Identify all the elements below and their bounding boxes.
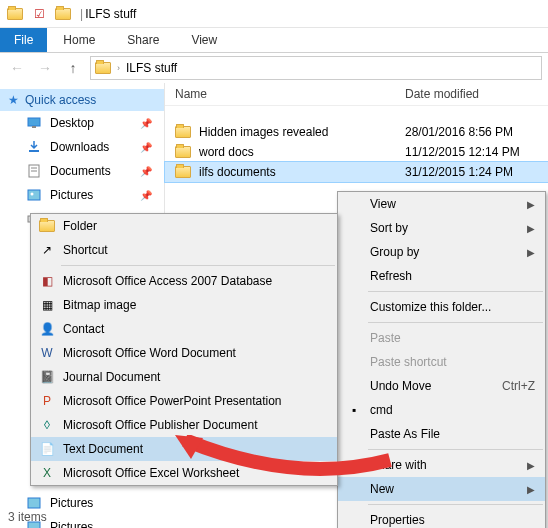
pin-icon: 📌	[140, 118, 152, 129]
context-submenu-new: Folder ↗Shortcut ◧Microsoft Office Acces…	[30, 213, 338, 486]
sub-access[interactable]: ◧Microsoft Office Access 2007 Database	[31, 269, 337, 293]
publisher-icon: ◊	[38, 417, 56, 433]
ctx-label: Microsoft Office Publisher Document	[63, 418, 258, 432]
status-bar: 3 items	[0, 506, 55, 528]
pin-icon: 📌	[140, 142, 152, 153]
ctx-paste-as-file[interactable]: Paste As File	[338, 422, 545, 446]
sidebar-item-label: Pictures	[50, 520, 93, 528]
up-button[interactable]: ↑	[62, 57, 84, 79]
separator	[368, 449, 543, 450]
pictures-icon	[26, 187, 42, 203]
sidebar-item-downloads[interactable]: Downloads📌	[0, 135, 164, 159]
sub-shortcut[interactable]: ↗Shortcut	[31, 238, 337, 262]
ctx-label: Microsoft Office Access 2007 Database	[63, 274, 272, 288]
file-row-selected[interactable]: ilfs documents 31/12/2015 1:24 PM	[165, 162, 548, 182]
ctx-properties[interactable]: Properties	[338, 508, 545, 528]
ctx-share[interactable]: Share with▶	[338, 453, 545, 477]
breadcrumb-item[interactable]: ILFS stuff	[126, 61, 177, 75]
ctx-group[interactable]: Group by▶	[338, 240, 545, 264]
file-tab[interactable]: File	[0, 28, 47, 52]
forward-button[interactable]: →	[34, 57, 56, 79]
title-bar: ☑ | ILFS stuff	[0, 0, 548, 28]
context-menu: View▶ Sort by▶ Group by▶ Refresh Customi…	[337, 191, 546, 528]
column-headers[interactable]: Name Date modified	[165, 83, 548, 106]
back-button[interactable]: ←	[6, 57, 28, 79]
file-name: ilfs documents	[199, 165, 276, 179]
access-icon: ◧	[38, 273, 56, 289]
file-row[interactable]: word docs 11/12/2015 12:14 PM	[165, 142, 548, 162]
folder-icon	[6, 6, 24, 22]
ctx-label: Contact	[63, 322, 104, 336]
ctx-refresh[interactable]: Refresh	[338, 264, 545, 288]
sub-folder[interactable]: Folder	[31, 214, 337, 238]
separator	[368, 291, 543, 292]
folder-icon	[95, 62, 111, 74]
ctx-customize[interactable]: Customize this folder...	[338, 295, 545, 319]
ctx-label: Shortcut	[63, 243, 108, 257]
sub-text-document[interactable]: 📄Text Document	[31, 437, 337, 461]
desktop-icon	[26, 115, 42, 131]
sidebar-item-label: Desktop	[50, 116, 94, 130]
file-date: 31/12/2015 1:24 PM	[405, 165, 513, 179]
share-tab[interactable]: Share	[111, 28, 175, 52]
column-name[interactable]: Name	[175, 87, 405, 101]
file-date: 11/12/2015 12:14 PM	[405, 145, 520, 159]
file-date: 28/01/2016 8:56 PM	[405, 125, 513, 139]
sub-bitmap[interactable]: ▦Bitmap image	[31, 293, 337, 317]
ctx-label: Microsoft Office PowerPoint Presentation	[63, 394, 282, 408]
pin-icon: 📌	[140, 190, 152, 201]
ctx-undo[interactable]: Undo MoveCtrl+Z	[338, 374, 545, 398]
ctx-cmd[interactable]: ▪cmd	[338, 398, 545, 422]
sub-excel[interactable]: XMicrosoft Office Excel Worksheet	[31, 461, 337, 485]
download-icon	[26, 139, 42, 155]
ctx-label: Paste As File	[370, 427, 440, 441]
sidebar-item-label: Downloads	[50, 140, 109, 154]
qat-dropdown-icon[interactable]	[54, 6, 72, 22]
chevron-right-icon: ›	[117, 63, 120, 73]
chevron-right-icon: ▶	[527, 247, 535, 258]
home-tab[interactable]: Home	[47, 28, 111, 52]
qat-check-icon[interactable]: ☑	[30, 6, 48, 22]
ctx-sort[interactable]: Sort by▶	[338, 216, 545, 240]
ctx-label: Undo Move	[370, 379, 431, 393]
ctx-label: Group by	[370, 245, 419, 259]
chevron-right-icon: ▶	[527, 460, 535, 471]
sub-journal[interactable]: 📓Journal Document	[31, 365, 337, 389]
sidebar-item-label: Pictures	[50, 496, 93, 510]
file-row[interactable]: Hidden images revealed 28/01/2016 8:56 P…	[165, 122, 548, 142]
quick-access-label: Quick access	[25, 93, 96, 107]
chevron-right-icon: ▶	[527, 223, 535, 234]
view-tab[interactable]: View	[175, 28, 233, 52]
separator	[368, 504, 543, 505]
sidebar-item-desktop[interactable]: Desktop📌	[0, 111, 164, 135]
ctx-label: Share with	[370, 458, 427, 472]
sidebar-item-documents[interactable]: Documents📌	[0, 159, 164, 183]
excel-icon: X	[38, 465, 56, 481]
column-date[interactable]: Date modified	[405, 87, 479, 101]
sub-powerpoint[interactable]: PMicrosoft Office PowerPoint Presentatio…	[31, 389, 337, 413]
ctx-label: Sort by	[370, 221, 408, 235]
quick-access[interactable]: ★ Quick access	[0, 89, 164, 111]
ctx-label: Text Document	[63, 442, 143, 456]
sidebar-item-pictures[interactable]: Pictures📌	[0, 183, 164, 207]
shortcut-icon: ↗	[38, 242, 56, 258]
sub-publisher[interactable]: ◊Microsoft Office Publisher Document	[31, 413, 337, 437]
star-icon: ★	[8, 93, 19, 107]
ctx-label: Paste shortcut	[370, 355, 447, 369]
ctx-label: Customize this folder...	[370, 300, 491, 314]
svg-rect-2	[29, 150, 39, 152]
bitmap-icon: ▦	[38, 297, 56, 313]
ctx-view[interactable]: View▶	[338, 192, 545, 216]
breadcrumb[interactable]: › ILFS stuff	[90, 56, 542, 80]
folder-icon	[38, 218, 56, 234]
svg-point-7	[31, 193, 34, 196]
sub-word[interactable]: WMicrosoft Office Word Document	[31, 341, 337, 365]
ctx-label: View	[370, 197, 396, 211]
ctx-label: Properties	[370, 513, 425, 527]
svg-rect-1	[32, 126, 36, 128]
cmd-icon: ▪	[345, 402, 363, 418]
sub-contact[interactable]: 👤Contact	[31, 317, 337, 341]
ctx-new[interactable]: New▶	[338, 477, 545, 501]
address-bar: ← → ↑ › ILFS stuff	[0, 53, 548, 83]
ctx-shortcut: Ctrl+Z	[502, 379, 535, 393]
